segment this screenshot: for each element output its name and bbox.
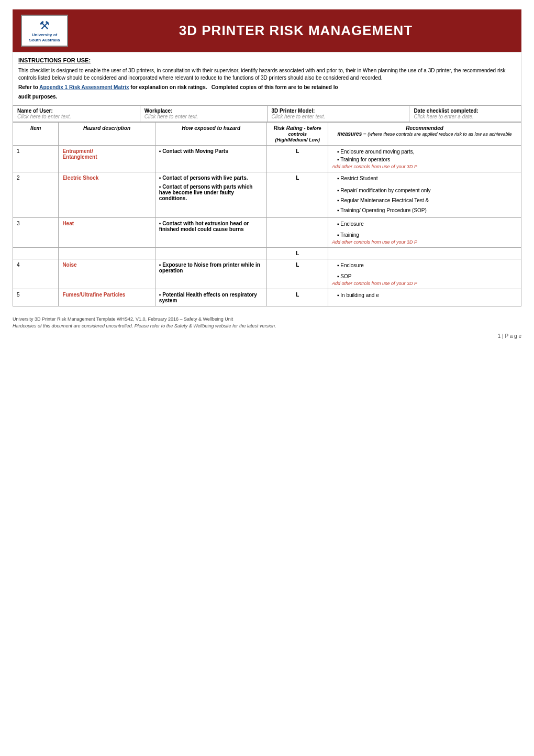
instructions-bold-line1: Refer to Appendix 1 Risk Assessment Matr… bbox=[18, 84, 516, 91]
page: ⚒ University of South Australia 3D PRINT… bbox=[0, 0, 534, 349]
footer-line1: University 3D Printer Risk Management Te… bbox=[13, 316, 521, 323]
name-value[interactable]: Click here to enter text. bbox=[17, 114, 136, 119]
row-3-sub-exposure bbox=[155, 247, 267, 259]
instructions-section: INSTRUCTIONS FOR USE: This checklist is … bbox=[13, 52, 521, 105]
date-label: Date checklist completed: bbox=[414, 108, 517, 114]
row-4-rating: L bbox=[267, 259, 328, 289]
row-5-number: 5 bbox=[13, 289, 59, 306]
row-5-exposure: ▪ Potential Health effects on respirator… bbox=[155, 289, 267, 306]
row-5-hazard: Fumes/Ultrafine Particles bbox=[59, 289, 155, 306]
model-label: 3D Printer Model: bbox=[272, 108, 405, 114]
row-2-exposure: ▪ Contact of persons with live parts. ▪ … bbox=[155, 172, 267, 217]
row-1-exposure: ▪ Contact with Moving Parts bbox=[155, 145, 267, 172]
row-4-number: 4 bbox=[13, 259, 59, 289]
row-3-sub-rating: L bbox=[267, 247, 328, 259]
row-4-hazard: Noise bbox=[59, 259, 155, 289]
row-1-number: 1 bbox=[13, 145, 59, 172]
table-row-sub: L bbox=[13, 247, 521, 259]
table-row: 3 Heat ▪ Contact with hot extrusion head… bbox=[13, 217, 521, 247]
footer-line2: Hardcopies of this document are consider… bbox=[13, 323, 521, 330]
workplace-label: Workplace: bbox=[144, 108, 263, 114]
row-2-number: 2 bbox=[13, 172, 59, 217]
row-2-controls: Restrict Student Repair/ modification by… bbox=[328, 172, 521, 217]
footer: University 3D Printer Risk Management Te… bbox=[13, 316, 521, 340]
col-header-hazard: Hazard description bbox=[59, 122, 155, 145]
col-header-exposed: How exposed to hazard bbox=[155, 122, 267, 145]
row-3-sub-number bbox=[13, 247, 59, 259]
row-1-controls: Enclosure around moving parts, Training … bbox=[328, 145, 521, 172]
user-info-table: Name of User: Click here to enter text. … bbox=[13, 105, 521, 122]
row-2-rating: L bbox=[267, 172, 328, 217]
table-row: 2 Electric Shock ▪ Contact of persons wi… bbox=[13, 172, 521, 217]
row-3-sub-hazard bbox=[59, 247, 155, 259]
date-value[interactable]: Click here to enter a date. bbox=[414, 114, 517, 119]
risk-table: Item Hazard description How exposed to h… bbox=[13, 122, 521, 306]
row-1-rating: L bbox=[267, 145, 328, 172]
model-value[interactable]: Click here to enter text. bbox=[272, 114, 405, 119]
row-2-hazard: Electric Shock bbox=[59, 172, 155, 217]
row-3-rating bbox=[267, 217, 328, 247]
workplace-value[interactable]: Click here to enter text. bbox=[144, 114, 263, 119]
instructions-para1: This checklist is designed to enable the… bbox=[18, 67, 516, 82]
row-4-controls: Enclosure SOP Add other controls from us… bbox=[328, 259, 521, 289]
row-3-controls: Enclosure Training Add other controls fr… bbox=[328, 217, 521, 247]
risk-matrix-link[interactable]: Appendix 1 Risk Assessment Matrix bbox=[39, 84, 129, 90]
name-label: Name of User: bbox=[17, 108, 136, 114]
instructions-title: INSTRUCTIONS FOR USE: bbox=[18, 57, 516, 64]
table-row: 1 Entrapment/Entanglement ▪ Contact with… bbox=[13, 145, 521, 172]
table-row: 5 Fumes/Ultrafine Particles ▪ Potential … bbox=[13, 289, 521, 306]
row-5-rating: L bbox=[267, 289, 328, 306]
page-title: 3D PRINTER RISK MANAGEMENT bbox=[79, 23, 513, 39]
row-3-exposure: ▪ Contact with hot extrusion head or fin… bbox=[155, 217, 267, 247]
instructions-bold-line2: audit purposes. bbox=[18, 93, 516, 101]
header-bar: ⚒ University of South Australia 3D PRINT… bbox=[13, 9, 521, 52]
row-3-sub-controls bbox=[328, 247, 521, 259]
row-3-hazard: Heat bbox=[59, 217, 155, 247]
row-3-number: 3 bbox=[13, 217, 59, 247]
university-icon: ⚒ bbox=[39, 19, 50, 32]
row-5-controls: In building and e bbox=[328, 289, 521, 306]
table-row: 4 Noise ▪ Exposure to Noise from printer… bbox=[13, 259, 521, 289]
logo-box: ⚒ University of South Australia bbox=[21, 15, 68, 47]
col-header-recommended: Recommendedmeasures – (where these contr… bbox=[328, 122, 521, 145]
row-4-exposure: ▪ Exposure to Noise from printer while i… bbox=[155, 259, 267, 289]
page-number: 1 | P a g e bbox=[13, 332, 521, 340]
logo-text-line2: South Australia bbox=[29, 38, 60, 43]
logo-text-line1: University of bbox=[32, 32, 57, 38]
col-header-item: Item bbox=[13, 122, 59, 145]
row-1-hazard: Entrapment/Entanglement bbox=[59, 145, 155, 172]
col-header-rating: Risk Rating - before controls(High/Mediu… bbox=[267, 122, 328, 145]
